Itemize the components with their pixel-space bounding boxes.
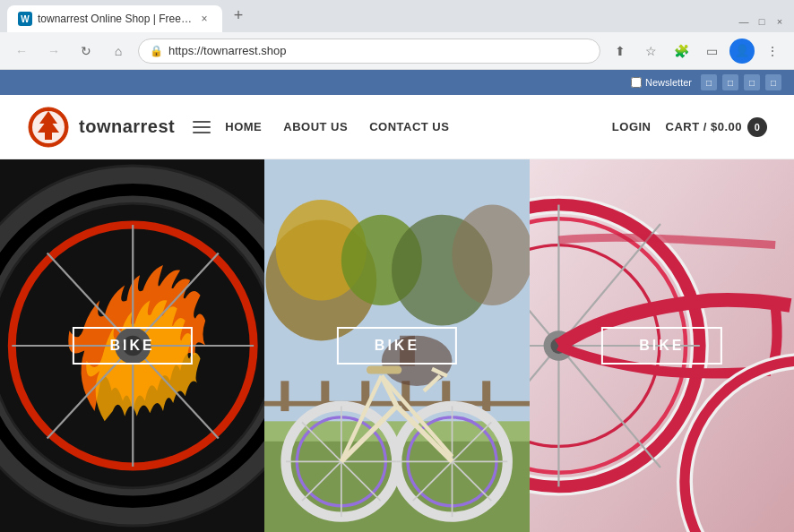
newsletter-checkbox[interactable] <box>631 77 642 88</box>
browser-frame: W townarrest Online Shop | Free S... × +… <box>0 0 794 532</box>
newsletter-area: Newsletter <box>631 77 692 88</box>
url-bar[interactable]: 🔒 https://townarrest.shop <box>138 39 600 64</box>
lock-icon: 🔒 <box>150 45 163 57</box>
address-bar: ← → ↻ ⌂ 🔒 https://townarrest.shop ⬆ ☆ 🧩 … <box>0 32 794 70</box>
topbar-icon-3[interactable]: □ <box>744 74 760 90</box>
top-bar: Newsletter □ □ □ □ <box>0 70 794 95</box>
topbar-icon-4[interactable]: □ <box>765 74 781 90</box>
wordpress-icon: W <box>18 12 32 26</box>
url-text: https://townarrest.shop <box>168 44 287 57</box>
bookmark-button[interactable]: ☆ <box>638 39 663 64</box>
svg-rect-56 <box>367 365 401 373</box>
logo-area[interactable]: townarrest <box>27 106 175 149</box>
nav-about[interactable]: ABOUT US <box>283 120 348 133</box>
product-label-2: BIKE <box>337 327 457 365</box>
site-header: townarrest HOME ABOUT US CONTACT US LOGI… <box>0 95 794 159</box>
home-button[interactable]: ⌂ <box>106 39 131 64</box>
product-grid: BIKE <box>0 159 794 532</box>
active-tab[interactable]: W townarrest Online Shop | Free S... × <box>7 5 222 32</box>
svg-rect-27 <box>281 381 289 411</box>
topbar-icon-2[interactable]: □ <box>722 74 738 90</box>
product-card-3[interactable]: BIKE <box>530 159 794 532</box>
hamburger-line-3 <box>193 132 211 133</box>
share-button[interactable]: ⬆ <box>608 39 633 64</box>
product-card-1[interactable]: BIKE <box>0 159 264 532</box>
logo-name: townarrest <box>79 116 175 137</box>
extensions-button[interactable]: 🧩 <box>669 39 694 64</box>
main-nav: HOME ABOUT US CONTACT US <box>225 120 612 133</box>
menu-button[interactable]: ⋮ <box>760 39 785 64</box>
svg-rect-4 <box>45 133 52 140</box>
refresh-button[interactable]: ↻ <box>73 39 99 64</box>
profile-button[interactable]: 👤 <box>729 39 755 64</box>
product-label-1: BIKE <box>73 327 193 365</box>
hamburger-line-2 <box>193 126 211 128</box>
back-button[interactable]: ← <box>9 39 34 64</box>
window-controls: — □ × <box>737 14 787 29</box>
forward-button[interactable]: → <box>41 39 66 64</box>
hamburger-menu[interactable] <box>193 121 211 133</box>
tab-close-button[interactable]: × <box>197 12 211 26</box>
product-card-2[interactable]: BIKE <box>264 159 529 532</box>
svg-rect-32 <box>483 381 491 411</box>
login-link[interactable]: LOGIN <box>612 120 652 133</box>
nav-contact[interactable]: CONTACT US <box>369 120 449 133</box>
site-content: Newsletter □ □ □ □ town <box>0 70 794 532</box>
maximize-button[interactable]: □ <box>755 14 769 29</box>
topbar-icons: □ □ □ □ <box>701 74 781 90</box>
newsletter-label: Newsletter <box>645 77 692 88</box>
hamburger-line-1 <box>193 121 211 123</box>
tab-bar: W townarrest Online Shop | Free S... × +… <box>0 0 794 32</box>
new-tab-button[interactable]: + <box>226 3 251 28</box>
cart-button[interactable]: CART / $0.00 0 <box>666 117 767 137</box>
address-actions: ⬆ ☆ 🧩 ▭ 👤 ⋮ <box>608 39 785 64</box>
minimize-button[interactable]: — <box>737 14 751 29</box>
sidebar-button[interactable]: ▭ <box>699 39 724 64</box>
svg-point-23 <box>453 205 530 305</box>
product-label-3: BIKE <box>601 327 721 365</box>
logo-icon <box>27 106 70 149</box>
topbar-icon-1[interactable]: □ <box>701 74 717 90</box>
cart-count: 0 <box>747 117 767 137</box>
close-button[interactable]: × <box>772 14 787 29</box>
header-actions: LOGIN CART / $0.00 0 <box>612 117 767 137</box>
nav-home[interactable]: HOME <box>225 120 262 133</box>
tab-title: townarrest Online Shop | Free S... <box>38 13 192 25</box>
cart-label: CART / $0.00 <box>666 120 742 133</box>
